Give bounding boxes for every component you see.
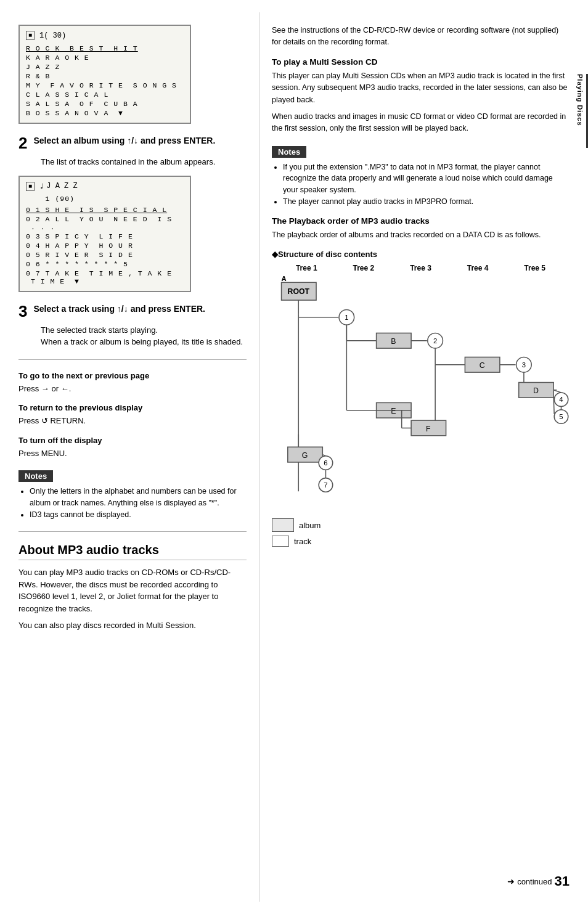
playing-discs-label: Playing Discs (576, 74, 588, 148)
tree-label-5: Tree 5 (521, 264, 549, 272)
list-item: J A Z Z (26, 62, 184, 71)
step3-text: Select a track using ↑/↓ and press ENTER… (33, 303, 205, 314)
step3-heading: 3 Select a track using ↑/↓ and press ENT… (18, 303, 247, 319)
album-b-text: B (391, 337, 396, 346)
notes2-title: Notes (272, 146, 306, 158)
circle-3-label: 3 (522, 361, 526, 369)
or-text: or (51, 384, 59, 393)
notes-box-1: Notes Only the letters in the alphabet a… (18, 470, 247, 520)
notes1-title: Notes (18, 470, 53, 482)
circle-5-label: 5 (559, 413, 563, 420)
legend-album-label: album (299, 521, 321, 530)
legend-track-item: track (272, 536, 570, 547)
multi-session-body2: When audio tracks and images in music CD… (272, 111, 570, 135)
list-item: R & B (26, 71, 184, 81)
album-c-text: C (480, 361, 485, 370)
list-item: K A R A O K E (26, 53, 184, 62)
page-number: 31 (555, 873, 570, 889)
left-column: ■ 1( 30) R O C K B E S T H I T K A R A O… (0, 12, 259, 902)
step2-body: The list of tracks contained in the albu… (41, 156, 247, 168)
album-f-text: F (426, 425, 431, 433)
list-item: B O S S A N O V A ▼ (26, 108, 184, 118)
list-item: 0 2 A L L Y O U N E E D I S . . . (26, 214, 184, 232)
list-item: M Y F A V O R I T E S O N G S (26, 81, 184, 90)
list-item: 0 6 * * * * * * * * 5 (26, 259, 184, 269)
step2-number: 2 (18, 135, 27, 151)
structure-heading: ◆Structure of disc contents (272, 250, 570, 259)
lcd-display-1: ■ 1( 30) R O C K B E S T H I T K A R A O… (18, 25, 191, 124)
tree-label-2: Tree 2 (350, 264, 377, 272)
list-item: C L A S S I C A L (26, 90, 184, 99)
lcd2-sub: 1 (90) (26, 195, 184, 203)
lcd2-album: J A Z Z (46, 182, 77, 190)
lcd1-icon: ■ (26, 31, 35, 40)
line-d-to-5 (553, 398, 554, 414)
next-prev-body: Press → or ←. (18, 383, 247, 395)
divider2 (18, 531, 247, 532)
continued-text: continued (517, 877, 552, 886)
step2-heading: 2 Select an album using ↑/↓ and press EN… (18, 135, 247, 151)
lcd1-header: ■ 1( 30) (26, 31, 184, 40)
list-item: R O C K B E S T H I T (26, 44, 184, 53)
next-prev-heading: To go to the next or previous page (18, 371, 247, 380)
notes2-list: If you put the extension ".MP3" to data … (283, 161, 570, 208)
playback-body: The playback order of albums and tracks … (272, 229, 570, 241)
tree-label-1: Tree 1 (293, 264, 320, 272)
legend-album-icon (272, 518, 294, 532)
tree-diagram-svg: ROOT A 1 B 2 C (272, 276, 570, 510)
multi-session-body1: This player can play Multi Session CDs w… (272, 70, 570, 106)
notes1-item1: Only the letters in the alphabet and num… (30, 486, 247, 509)
about-body2: You can also play discs recorded in Mult… (18, 619, 247, 632)
list-item: 0 1 S H E I S S P E C I A L (26, 205, 184, 214)
turn-off-heading: To turn off the display (18, 436, 247, 445)
lcd-display-2: ■ ♩ J A Z Z 1 (90) 0 1 S H E I S S P E C… (18, 176, 191, 292)
prev-display-body: Press ↺ RETURN. (18, 415, 247, 427)
lcd1-header-text: 1( 30) (39, 31, 66, 40)
lcd2-header: ■ ♩ J A Z Z (26, 182, 184, 191)
circle-2-label: 2 (433, 337, 437, 345)
circle-6-label: 6 (324, 459, 327, 467)
page-container: ■ 1( 30) R O C K B E S T H I T K A R A O… (0, 0, 588, 914)
list-item: 0 4 H A P P Y H O U R (26, 241, 184, 250)
about-heading: About MP3 audio tracks (18, 543, 247, 560)
legend-album-item: album (272, 518, 570, 532)
notes2-item2: The player cannot play audio tracks in M… (283, 196, 570, 208)
album-g-text: G (302, 451, 308, 460)
step3-body2: When a track or album is being played, i… (41, 337, 243, 346)
step3-body: The selected track starts playing. When … (41, 324, 247, 348)
rc-intro: See the instructions of the CD-R/CD-RW d… (272, 25, 570, 49)
list-item: S A L S A O F C U B A (26, 99, 184, 108)
step3-number: 3 (18, 303, 27, 319)
step2-text: Select an album using ↑/↓ and press ENTE… (33, 135, 215, 146)
tree-label-3: Tree 3 (407, 264, 434, 272)
notes1-item2: ID3 tags cannot be displayed. (30, 509, 247, 521)
circle-4-label: 4 (559, 396, 563, 403)
step3-body1: The selected track starts playing. (41, 325, 158, 335)
list-item: 0 7 T A K E T I M E , T A K E T I M E ▼ (26, 269, 184, 286)
lcd2-icon: ■ (26, 182, 35, 191)
notes2-item1: If you put the extension ".MP3" to data … (283, 161, 570, 196)
prev-display-heading: To return to the previous display (18, 403, 247, 412)
lcd1-list: R O C K B E S T H I T K A R A O K E J A … (26, 44, 184, 118)
circle-1-label: 1 (345, 314, 348, 321)
page-footer: ➜ continued 31 (507, 873, 570, 889)
divider1 (18, 359, 247, 360)
legend-track-icon (272, 536, 289, 547)
playback-heading: The Playback order of MP3 audio tracks (272, 216, 570, 226)
legend-track-label: track (294, 537, 311, 546)
album-d-text: D (533, 386, 539, 395)
root-label: ROOT (287, 287, 309, 296)
album-e-text: E (391, 407, 396, 415)
lcd2-list: 0 1 S H E I S S P E C I A L 0 2 A L L Y … (26, 205, 184, 286)
lcd2-note: ♩ (39, 182, 44, 191)
tree-labels-row: Tree 1 Tree 2 Tree 3 Tree 4 Tree 5 (272, 264, 570, 272)
list-item: 0 3 S P I C Y L I F E (26, 232, 184, 241)
right-column: Playing Discs See the instructions of th… (259, 12, 588, 902)
notes1-list: Only the letters in the alphabet and num… (30, 486, 247, 520)
turn-off-body: Press MENU. (18, 447, 247, 460)
line-to-4 (553, 390, 561, 393)
circle-7-label: 7 (324, 481, 327, 489)
multi-session-heading: To play a Multi Session CD (272, 57, 570, 67)
notes-box-2: Notes If you put the extension ".MP3" to… (272, 146, 570, 208)
root-a-label: A (282, 276, 287, 282)
